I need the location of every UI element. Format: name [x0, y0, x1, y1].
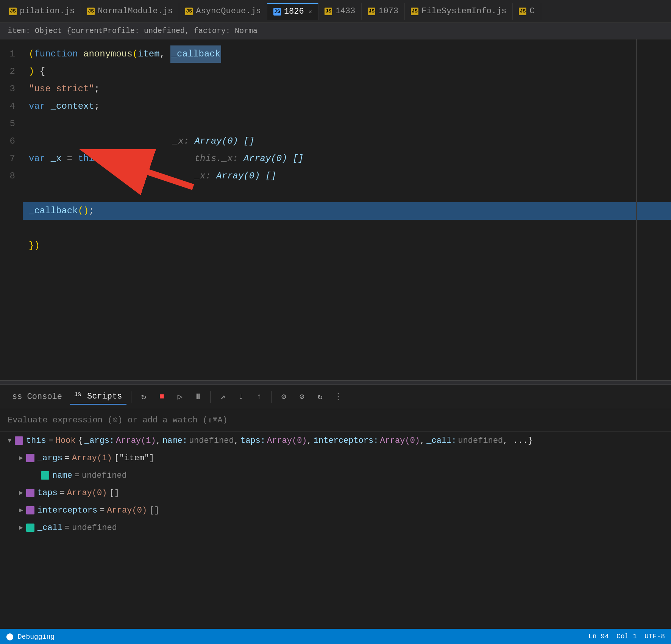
tab-1073[interactable]: JS 1073 — [362, 3, 405, 20]
code-line-5: var _x = this._x; _x: Array(0) [] this._… — [23, 115, 671, 202]
line-num-4: 4 — [0, 98, 15, 115]
paren-open: ( — [29, 45, 34, 63]
step-out-button[interactable]: ↑ — [251, 389, 267, 405]
use-strict: "use strict" — [29, 80, 94, 98]
line-num-3: 3 — [0, 80, 15, 98]
line-num-5: 5 — [0, 115, 15, 133]
var-row-call[interactable]: ▶ _call = undefined — [0, 519, 671, 536]
var-icon-call — [26, 524, 34, 532]
tab-label: NormalModule.js — [98, 6, 173, 16]
code-line-1: (function anonymous(item, _callback — [23, 45, 671, 63]
expand-icon-this[interactable]: ▼ — [8, 436, 12, 446]
more-button[interactable]: ⋮ — [331, 389, 346, 405]
panel-divider — [0, 380, 671, 385]
evaluate-input[interactable] — [8, 416, 663, 425]
expand-icon-args[interactable]: ▶ — [19, 453, 23, 463]
async-button[interactable]: ↻ — [312, 389, 328, 405]
tab-filesysteminfo[interactable]: JS FileSystemInfo.js — [405, 3, 513, 20]
var-name-interceptors: interceptors — [37, 504, 97, 517]
var-icon-interceptors — [26, 506, 34, 514]
more-icon: ⋮ — [334, 392, 342, 402]
var-context: _context — [51, 98, 94, 115]
expand-icon-call[interactable]: ▶ — [19, 523, 23, 533]
tab-1826[interactable]: JS 1826 ✕ — [267, 3, 318, 20]
tab-asyncqueue[interactable]: JS AsyncQueue.js — [179, 3, 267, 20]
blackbox-button[interactable]: ⊘ — [294, 389, 309, 405]
step-into-button[interactable]: ↓ — [233, 389, 248, 405]
code-line-2: ) { — [23, 63, 671, 80]
tab-normalmodule[interactable]: JS NormalModule.js — [81, 3, 179, 20]
var-icon-this — [15, 436, 23, 445]
tab-label: AsyncQueue.js — [196, 6, 261, 16]
resume-icon: ▷ — [178, 392, 183, 402]
step-over-button[interactable]: ↗ — [215, 389, 230, 405]
stop-icon: ■ — [159, 392, 164, 402]
var-name-this: this — [26, 435, 46, 447]
code-line-6: _callback(); — [23, 202, 671, 220]
tab-label: 1073 — [378, 6, 398, 16]
tab-label: C — [529, 6, 534, 16]
js-icon: JS — [185, 8, 193, 15]
line-num-6: 6 — [0, 133, 15, 150]
tab-scripts[interactable]: JS Scripts — [70, 389, 126, 405]
async-icon: ↻ — [318, 392, 323, 402]
tab-1433[interactable]: JS 1433 — [318, 3, 362, 20]
resume-button[interactable]: ▷ — [172, 389, 187, 405]
line-num-1: 1 — [0, 45, 15, 63]
js-icon: JS — [368, 8, 375, 15]
pause-button[interactable]: ⏸ — [190, 389, 206, 405]
tab-label: pilation.js — [20, 6, 75, 16]
scripts-js-icon: JS — [74, 392, 84, 402]
tooltip-text: item: Object {currentProfile: undefined,… — [8, 27, 257, 35]
func-name: anonymous — [83, 45, 133, 63]
var-keyword: var — [29, 98, 45, 115]
console-tab-label: ss Console — [12, 392, 62, 402]
callback-call: _callback — [29, 202, 78, 220]
tab-console[interactable]: ss Console — [8, 390, 67, 404]
breakpoints-icon: ⊘ — [281, 392, 286, 402]
pause-icon: ⏸ — [194, 392, 202, 402]
type-info-line5: _x: Array(0) [] this._x: Array(0) [] _x:… — [129, 115, 304, 202]
tab-label: 1826 — [284, 7, 304, 16]
tab-c[interactable]: JS C — [513, 3, 541, 20]
breakpoints-button[interactable]: ⊘ — [276, 389, 291, 405]
expand-icon-taps[interactable]: ▶ — [19, 488, 23, 498]
js-icon: JS — [411, 8, 418, 15]
var-row-args[interactable]: ▶ _args = Array(1) ["item"] — [0, 449, 671, 467]
var-value-call: undefined — [72, 522, 117, 534]
status-bar: ⬤ Debugging Ln 94 Col 1 UTF-8 — [0, 629, 671, 644]
editor-vertical-divider — [636, 39, 637, 380]
toolbar-divider-2 — [210, 391, 211, 403]
toolbar-divider — [131, 391, 131, 403]
var-row-name[interactable]: name = undefined — [0, 467, 671, 484]
expand-icon-interceptors[interactable]: ▶ — [19, 505, 23, 516]
code-editor[interactable]: (function anonymous(item, _callback ) { … — [23, 39, 671, 380]
blackbox-icon: ⊘ — [300, 392, 304, 402]
reload-icon: ↻ — [141, 392, 146, 402]
watch-variables-panel: ▼ this = Hook { _args: Array(1) , name: … — [0, 432, 671, 536]
tooltip-bar: item: Object {currentProfile: undefined,… — [0, 23, 671, 39]
var-row-interceptors[interactable]: ▶ interceptors = Array(0) [] — [0, 502, 671, 519]
var-type-this: Hook — [56, 435, 76, 447]
var-icon-taps — [26, 489, 34, 497]
var-name-call: _call — [37, 522, 62, 534]
var-row-taps[interactable]: ▶ taps = Array(0) [] — [0, 484, 671, 502]
js-icon: JS — [9, 8, 17, 15]
var-name-taps: taps — [37, 487, 58, 499]
js-icon: JS — [87, 8, 95, 15]
tab-label: FileSystemInfo.js — [421, 6, 506, 16]
code-line-4: var _context; — [23, 98, 671, 115]
tab-bar: JS pilation.js JS NormalModule.js JS Asy… — [0, 0, 671, 23]
tab-close-button[interactable]: ✕ — [309, 8, 312, 16]
reload-button[interactable]: ↻ — [136, 389, 151, 405]
watch-input-area — [0, 409, 671, 432]
debug-toolbar: ss Console JS Scripts ↻ ■ ▷ ⏸ ↗ ↓ ↑ ⊘ ⊘ … — [0, 385, 671, 409]
stop-button[interactable]: ■ — [154, 389, 169, 405]
line-numbers: 1 2 3 4 5 6 7 8 — [0, 39, 23, 380]
line-num-7: 7 — [0, 150, 15, 167]
step-out-icon: ↑ — [257, 392, 262, 402]
tab-compilation[interactable]: JS pilation.js — [3, 3, 81, 20]
status-bar-right: Ln 94 Col 1 UTF-8 — [588, 633, 665, 640]
var-type-taps: Array(0) — [67, 487, 107, 499]
var-row-this[interactable]: ▼ this = Hook { _args: Array(1) , name: … — [0, 432, 671, 449]
